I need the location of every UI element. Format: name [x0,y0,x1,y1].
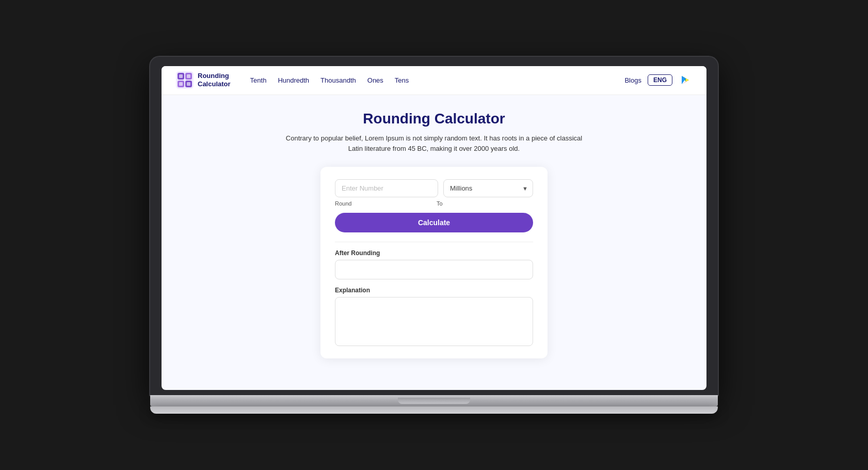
main-content: Rounding Calculator Contrary to popular … [162,95,706,390]
input-row: Millions Thousands Hundreds Tens Ones Te… [335,179,533,197]
svg-rect-5 [179,74,183,78]
field-labels: Round To [335,200,533,207]
page-description: Contrary to popular belief, Lorem Ipsum … [284,133,584,155]
laptop-screen: Rounding Calculator Tenth Hundredth Thou… [162,66,706,390]
number-input[interactable] [335,179,438,197]
logo-text: Rounding Calculator [198,72,231,88]
rounding-dropdown[interactable]: Millions Thousands Hundreds Tens Ones Te… [443,179,533,197]
svg-rect-8 [187,82,190,86]
rounding-dropdown-wrapper: Millions Thousands Hundreds Tens Ones Te… [443,179,533,197]
page-title: Rounding Calculator [363,111,505,127]
blogs-link[interactable]: Blogs [624,76,641,84]
nav-links: Tenth Hundredth Thousandth Ones Tens [250,76,610,84]
nav-right: Blogs ENG [624,73,692,87]
nav-item-hundredth[interactable]: Hundredth [278,76,309,84]
laptop-notch [398,398,470,404]
calculate-button[interactable]: Calculate [335,213,533,232]
explanation-result [335,297,533,346]
calculator-card: Millions Thousands Hundreds Tens Ones Te… [320,167,548,358]
laptop-container: Rounding Calculator Tenth Hundredth Thou… [150,57,718,414]
explanation-label: Explanation [335,287,533,294]
logo[interactable]: Rounding Calculator [176,71,231,89]
svg-rect-7 [179,82,183,86]
language-button[interactable]: ENG [648,74,672,86]
after-rounding-label: After Rounding [335,249,533,257]
nav-item-thousandth[interactable]: Thousandth [320,76,356,84]
laptop-foot [150,406,718,414]
logo-icon [176,71,194,89]
laptop-base [150,395,718,406]
nav-item-tens[interactable]: Tens [395,76,409,84]
round-label: Round [335,200,431,207]
nav-item-ones[interactable]: Ones [367,76,383,84]
divider [335,242,533,242]
app: Rounding Calculator Tenth Hundredth Thou… [162,66,706,390]
nav-item-tenth[interactable]: Tenth [250,76,267,84]
svg-rect-6 [187,74,190,78]
screen-bezel: Rounding Calculator Tenth Hundredth Thou… [150,57,718,395]
navbar: Rounding Calculator Tenth Hundredth Thou… [162,66,706,95]
google-play-icon[interactable] [679,73,692,87]
after-rounding-result [335,260,533,279]
to-label: To [437,200,533,207]
